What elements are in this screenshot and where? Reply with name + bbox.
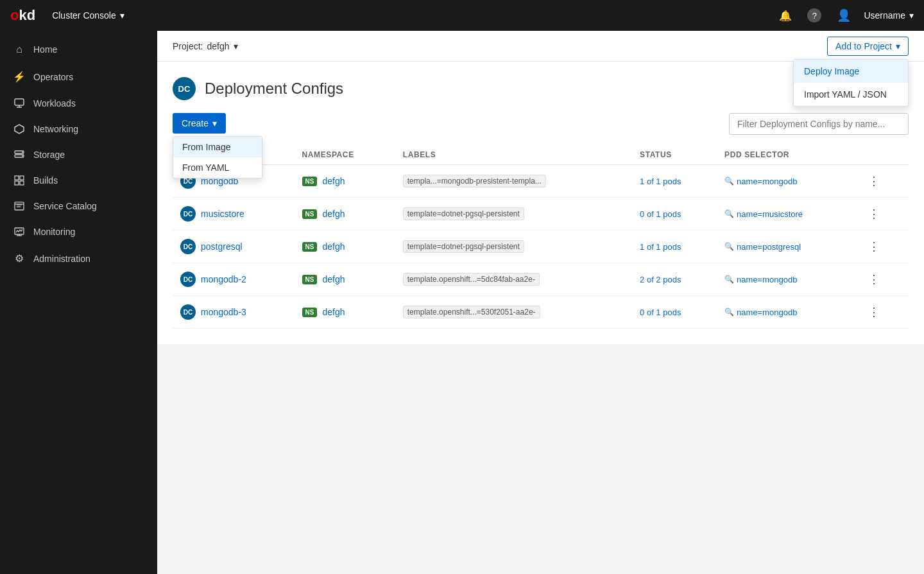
- ns-link-2[interactable]: defgh: [322, 241, 345, 252]
- resource-link-4[interactable]: mongodb-3: [201, 307, 246, 317]
- table-header: NAME NAMESPACE LABELS STATUS PDD SELECTO…: [173, 145, 909, 165]
- logo-o: o: [10, 7, 19, 24]
- cluster-console-label: Cluster Console: [52, 10, 116, 21]
- cell-labels-1: template=dotnet-pgsql-persistent: [395, 198, 632, 230]
- sidebar-item-label: Administration: [33, 254, 90, 264]
- from-yaml-menu-item[interactable]: From YAML: [173, 157, 262, 178]
- import-yaml-menu-item[interactable]: Import YAML / JSON: [794, 83, 908, 106]
- sidebar-item-home[interactable]: ⌂ Home: [0, 36, 157, 63]
- sidebar-item-label: Operators: [33, 72, 73, 82]
- sidebar-item-administration[interactable]: ⚙ Administration: [0, 245, 157, 272]
- svg-rect-8: [15, 176, 19, 180]
- sidebar-item-label: Workloads: [33, 98, 76, 109]
- logo-area: okd: [10, 7, 35, 24]
- ns-link-0[interactable]: defgh: [322, 176, 345, 186]
- cell-pdd-1: 🔍 name=musicstore: [717, 198, 857, 230]
- administration-icon: ⚙: [13, 252, 26, 265]
- cell-status-3: 2 of 2 pods: [632, 263, 717, 296]
- username-button[interactable]: Username ▾: [864, 10, 914, 21]
- table-row: DC mongodb-2 NS defgh template.openshift…: [173, 263, 909, 296]
- create-button[interactable]: Create ▾: [173, 113, 226, 134]
- status-link-4[interactable]: 0 of 1 pods: [640, 308, 681, 317]
- cell-status-2: 1 of 1 pods: [632, 230, 717, 263]
- service-catalog-icon: [13, 201, 26, 211]
- toolbar: Create ▾ From Image From YAML: [173, 113, 909, 135]
- cell-pdd-3: 🔍 name=mongodb: [717, 263, 857, 296]
- project-bar: Project: defgh ▾ Add to Project ▾ Deploy…: [157, 31, 924, 62]
- ns-link-3[interactable]: defgh: [322, 274, 345, 284]
- user-avatar-button[interactable]: 👤: [834, 6, 853, 25]
- cell-ns-4: NS defgh: [295, 296, 395, 329]
- resource-link-2[interactable]: postgresql: [201, 241, 243, 252]
- cell-labels-3: template.openshift...=5dc84fab-aa2e-: [395, 263, 632, 296]
- pdd-link-2[interactable]: name=postgresql: [737, 242, 801, 252]
- page-badge: DC: [173, 77, 196, 100]
- sidebar-item-networking[interactable]: Networking: [0, 116, 157, 142]
- deploy-image-menu-item[interactable]: Deploy Image: [794, 60, 908, 83]
- cell-name-4: DC mongodb-3: [173, 296, 295, 329]
- sidebar-item-monitoring[interactable]: Monitoring: [0, 219, 157, 245]
- from-image-menu-item[interactable]: From Image: [173, 137, 262, 157]
- cell-pdd-2: 🔍 name=postgresql: [717, 230, 857, 263]
- resource-badge-3: DC: [180, 272, 196, 287]
- ns-link-1[interactable]: defgh: [322, 209, 345, 219]
- sidebar-item-builds[interactable]: Builds: [0, 168, 157, 193]
- cell-actions-2: ⋮: [857, 230, 909, 263]
- cell-status-0: 1 of 1 pods: [632, 165, 717, 198]
- help-icon: ?: [807, 8, 821, 22]
- sidebar-item-storage[interactable]: Storage: [0, 142, 157, 168]
- pdd-link-0[interactable]: name=mongodb: [737, 177, 797, 186]
- pdd-search-icon-1: 🔍: [724, 209, 734, 218]
- resource-link-3[interactable]: mongodb-2: [201, 274, 246, 284]
- project-selector[interactable]: Project: defgh ▾: [173, 41, 238, 51]
- resource-badge-1: DC: [180, 206, 196, 222]
- kebab-menu-button-0[interactable]: ⋮: [864, 173, 884, 189]
- cell-name-3: DC mongodb-2: [173, 263, 295, 296]
- kebab-menu-button-1[interactable]: ⋮: [864, 205, 884, 222]
- label-tag-0: templa...=mongodb-presistent-templa...: [403, 175, 546, 187]
- sidebar-item-label: Service Catalog: [33, 201, 97, 211]
- kebab-menu-button-2[interactable]: ⋮: [864, 238, 884, 255]
- cluster-console-button[interactable]: Cluster Console ▾: [46, 6, 131, 24]
- cluster-console-chevron: ▾: [120, 10, 124, 21]
- svg-rect-0: [15, 99, 24, 105]
- cell-ns-1: NS defgh: [295, 198, 395, 230]
- username-label: Username: [864, 10, 905, 21]
- pdd-link-1[interactable]: name=musicstore: [737, 209, 803, 219]
- cell-actions-4: ⋮: [857, 296, 909, 329]
- svg-rect-9: [20, 176, 24, 180]
- resource-badge-2: DC: [180, 239, 196, 254]
- filter-input[interactable]: [729, 113, 909, 135]
- pdd-link-4[interactable]: name=mongodb: [737, 308, 797, 317]
- add-to-project-label: Add to Project: [835, 41, 892, 51]
- sidebar-item-label: Storage: [33, 150, 65, 160]
- table-body: DC mongodb NS defgh templa...=mongodb-pr…: [173, 165, 909, 329]
- sidebar-item-workloads[interactable]: Workloads: [0, 91, 157, 116]
- ns-link-4[interactable]: defgh: [322, 307, 345, 317]
- add-to-project-button[interactable]: Add to Project ▾: [827, 37, 909, 56]
- sidebar-item-service-catalog[interactable]: Service Catalog: [0, 193, 157, 219]
- status-link-2[interactable]: 1 of 1 pods: [640, 242, 681, 252]
- status-link-0[interactable]: 1 of 1 pods: [640, 177, 681, 186]
- ns-badge-3: NS: [302, 275, 318, 284]
- okd-logo: okd: [10, 7, 35, 24]
- pdd-link-3[interactable]: name=mongodb: [737, 275, 797, 284]
- notification-button[interactable]: 🔔: [776, 7, 794, 24]
- resource-link-1[interactable]: musicstore: [201, 209, 244, 219]
- create-button-wrapper: Create ▾ From Image From YAML: [173, 113, 226, 134]
- svg-point-7: [22, 155, 23, 157]
- sidebar-item-label: Home: [33, 44, 57, 55]
- svg-rect-10: [15, 181, 19, 185]
- label-tag-1: template=dotnet-pgsql-persistent: [403, 207, 524, 220]
- help-button[interactable]: ?: [805, 6, 824, 25]
- status-link-3[interactable]: 2 of 2 pods: [640, 275, 681, 284]
- project-label: Project:: [173, 41, 203, 51]
- cell-name-1: DC musicstore: [173, 198, 295, 230]
- kebab-menu-button-4[interactable]: ⋮: [864, 304, 884, 320]
- status-link-1[interactable]: 0 of 1 pods: [640, 209, 681, 219]
- kebab-menu-button-3[interactable]: ⋮: [864, 271, 884, 288]
- cell-actions-0: ⋮: [857, 165, 909, 198]
- table-row: DC mongodb-3 NS defgh template.openshift…: [173, 296, 909, 329]
- sidebar-item-operators[interactable]: ⚡ Operators: [0, 63, 157, 91]
- cell-labels-4: template.openshift...=530f2051-aa2e-: [395, 296, 632, 329]
